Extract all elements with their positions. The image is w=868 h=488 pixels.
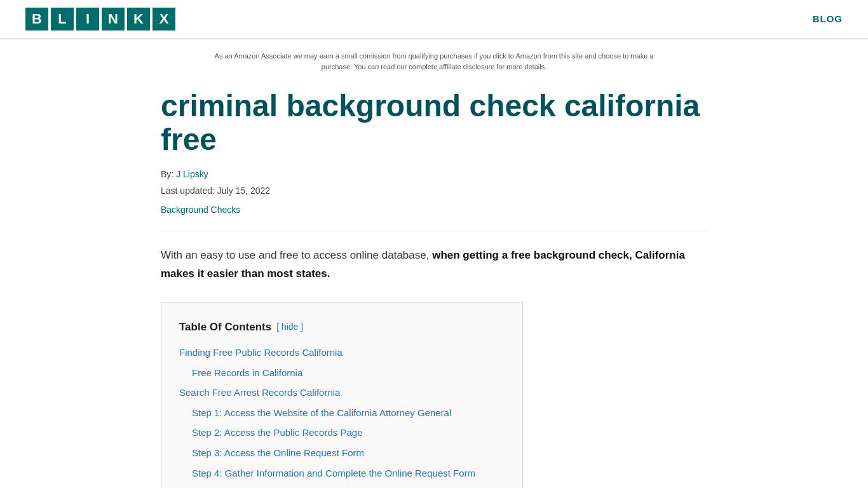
- logo-letter-b: B: [25, 8, 48, 30]
- intro-text-normal: With an easy to use and free to access o…: [161, 249, 432, 261]
- toc-header: Table Of Contents [ hide ]: [179, 318, 505, 336]
- toc-link-1[interactable]: Search Free Arrest Records California: [179, 387, 340, 398]
- site-logo[interactable]: BLINKX: [25, 8, 175, 30]
- logo-letter-l: L: [51, 8, 74, 30]
- toc-subitem-1-1: Step 2: Access the Public Records Page: [179, 424, 505, 441]
- affiliate-notice: As an Amazon Associate we may earn a sma…: [161, 39, 707, 83]
- toc-link-0[interactable]: Finding Free Public Records California: [179, 347, 342, 358]
- toc-sublink-0-0[interactable]: Free Records in California: [192, 367, 302, 378]
- intro-paragraph: With an easy to use and free to access o…: [161, 247, 707, 283]
- toc-list: Finding Free Public Records CaliforniaFr…: [179, 344, 505, 481]
- site-header: BLINKX BLOG: [0, 0, 868, 39]
- logo-letter-k: K: [127, 8, 150, 30]
- main-content: As an Amazon Associate we may earn a sma…: [135, 39, 733, 488]
- table-of-contents: Table Of Contents [ hide ] Finding Free …: [161, 302, 523, 488]
- author-meta: By: J Lipsky: [161, 167, 707, 181]
- logo-letter-x: X: [153, 8, 175, 30]
- toc-sublink-1-1[interactable]: Step 2: Access the Public Records Page: [192, 427, 362, 438]
- meta-divider: [161, 231, 707, 231]
- author-prefix: By:: [161, 169, 176, 179]
- toc-sublink-1-3[interactable]: Step 4: Gather Information and Complete …: [192, 468, 475, 478]
- toc-item-1: Search Free Arrest Records California: [179, 384, 505, 401]
- toc-subitem-1-3: Step 4: Gather Information and Complete …: [179, 465, 505, 482]
- author-link[interactable]: J Lipsky: [176, 169, 208, 179]
- blog-nav-link[interactable]: BLOG: [813, 13, 843, 24]
- main-nav: BLOG: [813, 11, 843, 27]
- toc-sublink-1-0[interactable]: Step 1: Access the Website of the Califo…: [192, 407, 451, 418]
- toc-title: Table Of Contents: [179, 318, 271, 336]
- toc-sublink-1-2[interactable]: Step 3: Access the Online Request Form: [192, 447, 364, 458]
- logo-letter-i: I: [76, 8, 99, 30]
- category-link[interactable]: Background Checks: [161, 205, 240, 215]
- toc-hide-button[interactable]: [ hide ]: [276, 320, 303, 334]
- logo-letter-n: N: [102, 8, 125, 30]
- toc-item-0: Finding Free Public Records California: [179, 344, 505, 361]
- last-updated: Last updated: July 15, 2022: [161, 184, 707, 198]
- toc-subitem-0-0: Free Records in California: [179, 365, 505, 381]
- toc-subitem-1-0: Step 1: Access the Website of the Califo…: [179, 405, 505, 421]
- article-title: criminal background check california fre…: [161, 90, 707, 157]
- toc-subitem-1-2: Step 3: Access the Online Request Form: [179, 445, 505, 461]
